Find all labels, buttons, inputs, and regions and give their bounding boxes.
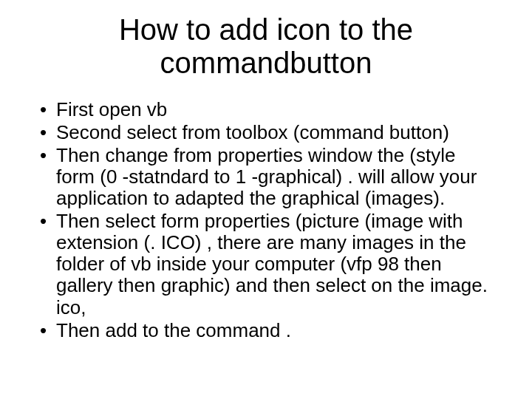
list-item: First open vb — [56, 99, 497, 120]
bullet-list: First open vb Second select from toolbox… — [35, 99, 497, 341]
list-item: Then change from properties window the (… — [56, 145, 497, 209]
list-item: Then add to the command . — [56, 320, 497, 341]
list-item: Second select from toolbox (command butt… — [56, 122, 497, 143]
list-item: Then select form properties (picture (im… — [56, 211, 497, 318]
slide: How to add icon to the commandbutton Fir… — [0, 0, 532, 399]
slide-title: How to add icon to the commandbutton — [35, 13, 497, 80]
